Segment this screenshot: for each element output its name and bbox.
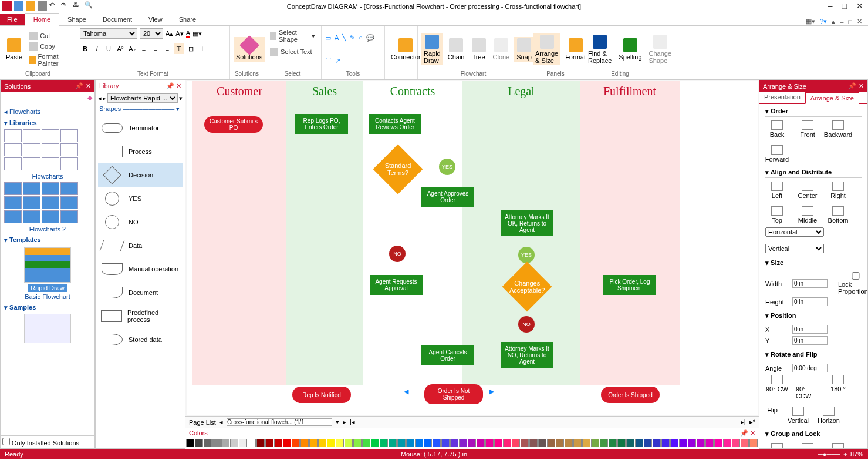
help-icon[interactable]: ?▾ xyxy=(820,18,827,25)
rapid-left-icon[interactable]: ◀ xyxy=(404,388,408,395)
align-bottom-button[interactable]: Bottom xyxy=(826,206,850,224)
underline-button[interactable]: U xyxy=(103,43,114,54)
bold-button[interactable]: B xyxy=(80,43,90,54)
close-button[interactable]: ✕ xyxy=(856,1,863,11)
search-config-icon[interactable]: ◆ xyxy=(86,93,93,103)
shape-yes[interactable]: YES xyxy=(98,187,183,210)
color-swatch[interactable] xyxy=(248,439,256,447)
tab-presentation[interactable]: Presentation xyxy=(759,92,805,103)
select-shape-button[interactable]: Select Shape ▾ xyxy=(268,28,318,43)
close-panel-icon[interactable]: ✕ xyxy=(86,82,91,89)
colors-pin-icon[interactable]: 📌 xyxy=(740,429,748,437)
color-swatch[interactable] xyxy=(749,439,758,447)
node-customer-submits-po[interactable]: Customer Submits PO xyxy=(204,116,263,133)
color-swatch[interactable] xyxy=(565,439,573,447)
node-agent-cancels[interactable]: Agent Cancels Order xyxy=(421,345,474,365)
flowcharts2-palette[interactable] xyxy=(4,182,91,223)
color-swatch[interactable] xyxy=(521,439,529,447)
color-swatch[interactable] xyxy=(230,439,238,447)
page-first-icon[interactable]: |◂ xyxy=(350,418,355,426)
send-back-button[interactable]: Back xyxy=(765,120,789,138)
color-swatch[interactable] xyxy=(441,439,450,447)
color-swatch[interactable] xyxy=(380,439,388,447)
align-right-button[interactable]: ≡ xyxy=(162,43,173,54)
rapid-draw-button[interactable]: Rapid Draw xyxy=(421,33,443,65)
valign-mid-button[interactable]: ⊟ xyxy=(185,43,196,54)
color-swatch[interactable] xyxy=(256,439,265,447)
color-swatch[interactable] xyxy=(661,439,670,447)
align-left-button[interactable]: Left xyxy=(765,182,789,199)
zoom-slider[interactable]: ─●─── ＋ xyxy=(818,451,849,458)
maximize-button[interactable]: □ xyxy=(842,1,847,11)
ellipse-tool-icon[interactable]: ○ xyxy=(359,34,363,41)
lock-proportions-checkbox[interactable]: Lock Proportions xyxy=(838,272,862,295)
rapid-right-icon[interactable]: ▶ xyxy=(489,388,494,395)
color-swatch[interactable] xyxy=(617,439,626,447)
node-rep-notified[interactable]: Rep Is Notified xyxy=(292,387,351,403)
library-pin-icon[interactable]: 📌 xyxy=(166,82,174,89)
inner-max-icon[interactable]: □ xyxy=(848,18,852,25)
node-order-shipped[interactable]: Order Is Shipped xyxy=(601,387,660,403)
print-icon[interactable]: 🖶 xyxy=(73,1,82,11)
rotate-cw-button[interactable]: 90° CW xyxy=(765,375,789,400)
color-swatch[interactable] xyxy=(195,439,203,447)
shape-document[interactable]: Document xyxy=(98,281,183,304)
lib-flowcharts2[interactable]: Flowcharts 2 xyxy=(4,226,91,233)
rect-tool-icon[interactable]: ▭ xyxy=(325,34,331,42)
inner-close-icon[interactable]: ✕ xyxy=(857,18,862,25)
node-yes2[interactable]: YES xyxy=(518,247,535,263)
solutions-search-input[interactable] xyxy=(2,93,86,103)
font-select[interactable]: Tahoma xyxy=(80,28,137,39)
color-swatch[interactable] xyxy=(204,439,212,447)
italic-button[interactable]: I xyxy=(92,43,102,54)
shape-no[interactable]: NO xyxy=(98,210,183,234)
distribute-horizontal-select[interactable]: Horizontal xyxy=(765,227,824,237)
text-tool-icon[interactable]: A xyxy=(335,34,339,41)
tab-document[interactable]: Document xyxy=(94,14,140,25)
color-swatch[interactable] xyxy=(494,439,502,447)
color-swatch[interactable] xyxy=(397,439,406,447)
color-swatch[interactable] xyxy=(635,439,643,447)
lib-next-icon[interactable]: ▸ xyxy=(103,95,106,102)
speech-tool-icon[interactable]: 💬 xyxy=(366,34,374,42)
color-swatch[interactable] xyxy=(186,439,194,447)
align-top-button[interactable]: Top xyxy=(765,206,789,224)
align-center-button[interactable]: Center xyxy=(796,182,819,199)
node-no2[interactable]: NO xyxy=(518,316,535,333)
color-swatch[interactable] xyxy=(265,439,273,447)
color-swatch[interactable] xyxy=(371,439,379,447)
color-swatch[interactable] xyxy=(450,439,458,447)
bring-forward-button[interactable]: Forward xyxy=(765,145,789,163)
color-swatch[interactable] xyxy=(477,439,485,447)
library-close-icon[interactable]: ✕ xyxy=(176,82,181,89)
colors-close-icon[interactable]: ✕ xyxy=(750,429,755,437)
tab-share[interactable]: Share xyxy=(171,14,204,25)
color-swatch[interactable] xyxy=(362,439,370,447)
color-swatch[interactable] xyxy=(723,439,731,447)
rotate-180-button[interactable]: 180 ° xyxy=(826,375,850,400)
pin-icon[interactable]: 📌 xyxy=(75,82,83,89)
color-swatch[interactable] xyxy=(582,439,590,447)
node-agent-approves[interactable]: Agent Approves Order xyxy=(421,187,474,207)
color-swatch[interactable] xyxy=(389,439,397,447)
x-input[interactable] xyxy=(792,325,828,334)
color-swatch[interactable] xyxy=(688,439,696,447)
distribute-vertical-select[interactable]: Vertical xyxy=(765,244,824,253)
color-swatch[interactable] xyxy=(538,439,546,447)
color-swatch[interactable] xyxy=(406,439,414,447)
select-text-button[interactable]: Select Text xyxy=(268,47,315,56)
node-order-not-shipped[interactable]: Order Is Not Shipped xyxy=(424,384,483,404)
height-input[interactable] xyxy=(792,297,828,306)
color-swatch[interactable] xyxy=(512,439,520,447)
y-input[interactable] xyxy=(792,336,828,345)
node-attorney-ok[interactable]: Attorney Marks It OK, Returns to Agent xyxy=(501,210,553,236)
rotate-ccw-button[interactable]: 90° CCW xyxy=(796,375,819,400)
node-no1[interactable]: NO xyxy=(389,246,406,262)
redo-icon[interactable]: ↷ xyxy=(61,1,70,11)
library-dropdown[interactable]: Flowcharts Rapid ... xyxy=(107,93,178,103)
highlight-icon[interactable]: ▦▾ xyxy=(192,30,202,38)
shape-predefined-process[interactable]: Predefined process xyxy=(98,304,183,328)
new-icon[interactable] xyxy=(14,1,23,11)
template-thumb[interactable] xyxy=(24,247,71,283)
color-swatch[interactable] xyxy=(336,439,344,447)
